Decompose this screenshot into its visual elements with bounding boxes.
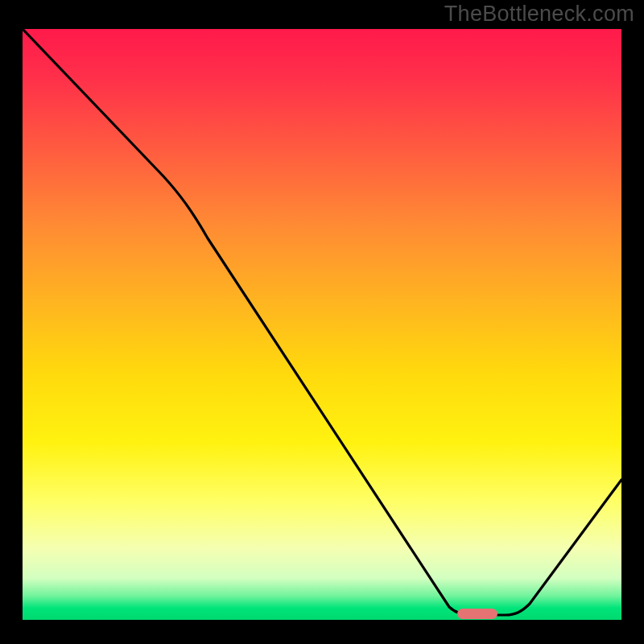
optimal-marker — [457, 609, 497, 619]
chart-container: TheBottleneck.com — [0, 0, 644, 644]
plot-area — [23, 29, 621, 620]
watermark-text: TheBottleneck.com — [444, 2, 634, 27]
curve-path — [23, 29, 621, 615]
bottleneck-curve — [23, 29, 621, 620]
